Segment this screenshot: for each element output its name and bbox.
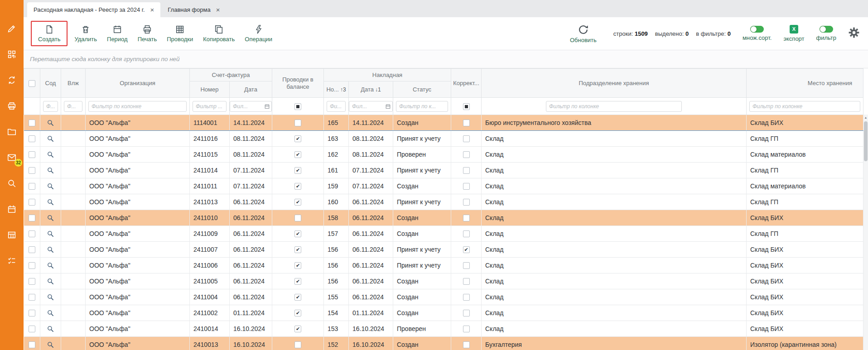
sidebar-item-tasks[interactable] — [0, 248, 24, 273]
sidebar-item-edit[interactable] — [0, 15, 24, 41]
magnifier-icon[interactable] — [47, 230, 54, 237]
col-header-invoice-number[interactable]: Номер — [190, 82, 230, 98]
row-open-cell[interactable] — [40, 273, 61, 289]
filter-toggle[interactable] — [820, 26, 833, 33]
row-open-cell[interactable] — [40, 242, 61, 258]
row-open-cell[interactable] — [40, 305, 61, 321]
row-select-cell[interactable] — [24, 147, 40, 163]
copy-button[interactable]: Копировать — [198, 22, 240, 45]
correction-checkbox[interactable] — [463, 151, 470, 158]
row-open-cell[interactable] — [40, 131, 61, 147]
row-open-cell[interactable] — [40, 115, 61, 131]
row-checkbox[interactable] — [29, 120, 35, 126]
filter-input-waybill-number[interactable] — [327, 101, 346, 112]
col-header-content[interactable]: Сод — [40, 69, 61, 98]
posted-cell[interactable]: ✔ — [272, 147, 324, 163]
row-select-cell[interactable] — [24, 305, 40, 321]
correction-checkbox[interactable] — [463, 183, 470, 190]
correction-checkbox[interactable] — [463, 262, 470, 269]
posted-cell[interactable]: ✔ — [272, 273, 324, 289]
magnifier-icon[interactable] — [47, 151, 54, 158]
tab-close-icon[interactable]: × — [150, 6, 154, 13]
posted-filter-checkbox[interactable] — [294, 103, 301, 110]
posted-cell[interactable]: ✔ — [272, 305, 324, 321]
settings-button[interactable] — [848, 27, 860, 40]
magnifier-icon[interactable] — [47, 278, 54, 285]
select-all-checkbox[interactable] — [29, 80, 35, 87]
sidebar-item-messages[interactable]: 32 — [0, 144, 24, 170]
row-open-cell[interactable] — [40, 337, 61, 350]
row-checkbox[interactable] — [29, 278, 35, 285]
correction-cell[interactable] — [451, 305, 482, 321]
row-open-cell[interactable] — [40, 321, 61, 337]
posted-cell[interactable] — [272, 210, 324, 226]
posted-cell[interactable]: ✔ — [272, 163, 324, 178]
vertical-scrollbar[interactable]: ▲ — [863, 115, 868, 350]
row-checkbox[interactable] — [29, 199, 35, 206]
posted-cell[interactable]: ✔ — [272, 321, 324, 337]
tab-main-form[interactable]: Главная форма × — [161, 2, 226, 17]
row-checkbox[interactable] — [29, 215, 35, 221]
row-select-cell[interactable] — [24, 321, 40, 337]
row-select-cell[interactable] — [24, 258, 40, 273]
sidebar-item-print[interactable] — [0, 93, 24, 119]
row-select-cell[interactable] — [24, 163, 40, 178]
posted-cell[interactable]: ✔ — [272, 289, 324, 305]
row-select-cell[interactable] — [24, 289, 40, 305]
sidebar-item-qr[interactable] — [0, 41, 24, 67]
row-select-cell[interactable] — [24, 273, 40, 289]
group-by-hint[interactable]: Перетащите сюда колонку для группировки … — [24, 50, 868, 68]
correction-checkbox[interactable] — [463, 230, 470, 237]
posted-cell[interactable]: ✔ — [272, 131, 324, 147]
multi-sort-toggle[interactable] — [750, 26, 764, 33]
magnifier-icon[interactable] — [47, 183, 54, 190]
col-header-organization[interactable]: Организация — [86, 69, 190, 98]
table-row[interactable]: ООО "Альфа"241100506.11.2024✔15606.11.20… — [24, 273, 863, 289]
correction-checkbox[interactable] — [463, 278, 470, 285]
posted-cell[interactable]: ✔ — [272, 242, 324, 258]
table-row[interactable]: ООО "Альфа"241100201.11.2024✔15401.11.20… — [24, 305, 863, 321]
posted-cell[interactable]: ✔ — [272, 226, 324, 242]
posted-cell[interactable] — [272, 115, 324, 131]
table-row[interactable]: ООО "Альфа"241101608.11.2024✔16308.11.20… — [24, 131, 863, 147]
magnifier-icon[interactable] — [47, 120, 54, 126]
row-open-cell[interactable] — [40, 258, 61, 273]
row-select-cell[interactable] — [24, 226, 40, 242]
print-button[interactable]: Печать — [133, 22, 162, 45]
tab-register-2024[interactable]: Расходная накладная - Реестр за 2024 г. … — [27, 2, 160, 17]
calendar-icon[interactable] — [385, 103, 391, 109]
table-row[interactable]: ООО "Альфа"241101006.11.202415806.11.202… — [24, 210, 863, 226]
posted-checkbox[interactable]: ✔ — [294, 135, 301, 142]
col-header-posted[interactable]: Проводки в балансе — [272, 69, 324, 98]
correction-checkbox[interactable] — [463, 310, 470, 316]
posted-checkbox[interactable]: ✔ — [294, 262, 301, 269]
period-button[interactable]: Период — [102, 22, 133, 45]
correction-checkbox[interactable] — [463, 215, 470, 221]
row-checkbox[interactable] — [29, 167, 35, 174]
magnifier-icon[interactable] — [47, 199, 54, 206]
correction-cell[interactable] — [451, 226, 482, 242]
magnifier-icon[interactable] — [47, 310, 54, 316]
row-checkbox[interactable] — [29, 310, 35, 316]
col-header-correction[interactable]: Коррект... — [451, 69, 482, 98]
sidebar-item-folder[interactable] — [0, 119, 24, 144]
magnifier-icon[interactable] — [47, 246, 54, 253]
correction-checkbox[interactable] — [463, 135, 470, 142]
row-open-cell[interactable] — [40, 163, 61, 178]
magnifier-icon[interactable] — [47, 135, 54, 142]
correction-cell[interactable] — [451, 163, 482, 178]
row-select-cell[interactable] — [24, 194, 40, 210]
correction-checkbox[interactable] — [463, 294, 470, 301]
row-select-cell[interactable] — [24, 178, 40, 194]
row-select-cell[interactable] — [24, 210, 40, 226]
table-row[interactable]: ООО "Альфа"241101306.11.2024✔16006.11.20… — [24, 194, 863, 210]
table-row[interactable]: ООО "Альфа"241100606.11.2024✔15606.11.20… — [24, 258, 863, 273]
table-row[interactable]: ООО "Альфа"241001316.10.202415216.10.202… — [24, 337, 863, 350]
posted-checkbox[interactable]: ✔ — [294, 294, 301, 301]
sidebar-item-search[interactable] — [0, 170, 24, 196]
correction-cell[interactable] — [451, 147, 482, 163]
correction-checkbox[interactable] — [463, 167, 470, 174]
create-button[interactable]: Создать — [33, 22, 65, 45]
table-row[interactable]: ООО "Альфа"241101407.11.2024✔16107.11.20… — [24, 163, 863, 178]
posted-checkbox[interactable] — [294, 120, 301, 126]
